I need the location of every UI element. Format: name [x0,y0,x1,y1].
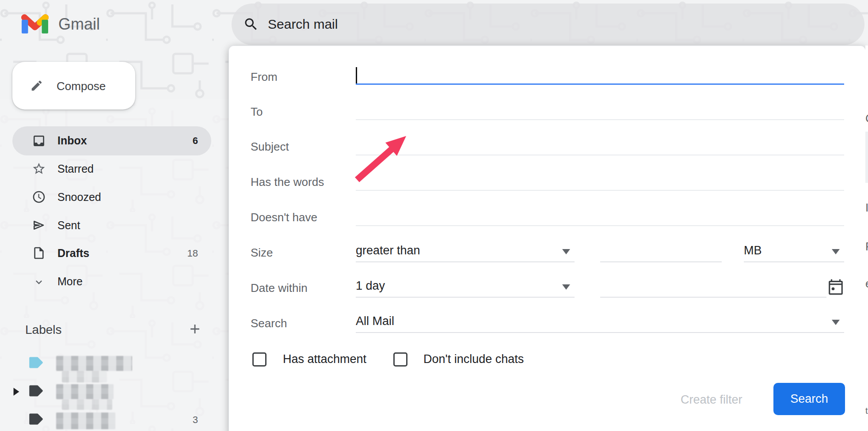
size-operator-underline [356,261,575,262]
size-value-input[interactable] [600,240,722,262]
unread-count: 6 [180,134,198,147]
chevron-down-icon [33,276,45,290]
background-content-sliver: C I F e t [865,45,868,431]
redacted-label-text [56,384,114,399]
search-mail-bar[interactable]: Search mail [232,4,864,45]
label-tag-icon [28,412,43,427]
create-filter-button[interactable]: Create filter [681,392,742,407]
search-submit-button[interactable]: Search [773,383,845,415]
from-label: From [251,70,278,84]
calendar-icon [827,290,844,297]
clipped-glyph: e [865,277,868,291]
redacted-label-text [56,412,115,429]
gmail-logo[interactable]: Gmail [21,13,100,35]
search-input-placeholder: Search mail [268,16,338,33]
sidebar-item-label: Snoozed [57,189,101,204]
pencil-icon [30,79,43,94]
date-value-underline [600,297,826,298]
has-words-label: Has the words [251,175,324,189]
date-range-select[interactable]: 1 day [356,276,575,298]
dont-include-chats-checkbox[interactable] [393,352,407,367]
clipped-glyph: I [865,201,868,215]
checkbox-box [252,352,266,367]
search-scope-label: Search [251,316,287,330]
label-tag-icon [28,384,43,399]
date-range-value: 1 day [356,278,385,293]
sidebar-item-more[interactable]: More [12,267,211,295]
gmail-wordmark: Gmail [58,15,100,34]
clock-icon [32,190,46,206]
draft-icon [32,246,46,262]
doesnt-have-label: Doesn't have [251,210,317,224]
dropdown-arrow-icon [562,284,570,290]
date-picker-button[interactable] [827,278,845,297]
expander-arrow-icon[interactable] [13,388,19,397]
has-words-underline [356,190,844,191]
inbox-icon [32,134,46,150]
search-scope-underline [356,332,844,333]
to-label: To [251,105,263,119]
sidebar-item-inbox[interactable]: Inbox 6 [12,126,211,155]
search-button-label: Search [790,392,828,406]
dropdown-arrow-icon [832,320,840,325]
search-icon [243,16,259,34]
label-row[interactable] [12,377,211,405]
date-within-label: Date within [251,281,308,295]
to-underline [356,119,844,120]
size-unit-value: MB [744,243,762,258]
sidebar-item-sent[interactable]: Sent [12,211,211,239]
size-unit-select[interactable]: MB [744,240,844,262]
sidebar-item-snoozed[interactable]: Snoozed [12,183,211,211]
date-value-input[interactable] [600,276,826,298]
subject-input[interactable] [356,132,844,155]
has-words-input[interactable] [356,168,844,191]
size-unit-underline [744,261,844,262]
checkbox-box [393,352,407,367]
subject-label: Subject [251,140,289,154]
clipped-glyph: C [865,112,868,125]
size-operator-select[interactable]: greater than [356,240,575,262]
sliver-row-band [865,132,868,183]
date-range-underline [356,297,575,298]
dropdown-arrow-icon [832,249,840,254]
search-scope-select[interactable]: All Mail [356,311,844,333]
text-cursor [356,67,357,84]
label-row[interactable]: 3 [12,405,211,431]
dont-include-chats-label[interactable]: Don't include chats [423,352,524,367]
has-attachment-label[interactable]: Has attachment [283,352,366,367]
compose-button[interactable]: Compose [12,62,135,110]
search-scope-value: All Mail [356,314,394,329]
to-input[interactable] [356,97,844,120]
annotation-arrow-icon [348,130,415,185]
subject-underline [356,155,844,155]
sidebar-item-label: Drafts [57,246,89,261]
size-value-underline [600,261,722,262]
redacted-label-text [56,356,132,371]
clipped-glyph: F [865,240,868,253]
clipped-glyph: t [865,406,868,416]
size-operator-value: greater than [356,243,420,258]
drafts-count: 18 [180,247,198,260]
compose-label: Compose [57,79,106,94]
sidebar-item-label: Inbox [57,133,87,148]
size-label: Size [251,246,273,260]
sidebar-item-label: Sent [57,218,80,233]
sidebar-item-drafts[interactable]: Drafts 18 [12,239,211,267]
from-input[interactable] [356,62,844,85]
sidebar-item-starred[interactable]: Starred [12,155,211,183]
star-icon [32,162,46,178]
from-underline [356,83,844,85]
has-attachment-checkbox[interactable] [252,352,266,367]
labels-heading: Labels [25,321,62,338]
label-row[interactable] [12,349,211,377]
gmail-screen: Gmail Compose Inbox 6 Starred [0,0,868,431]
send-icon [32,218,46,234]
add-label-button[interactable] [187,321,205,339]
doesnt-have-input[interactable] [356,203,844,226]
sidebar-item-label: More [57,274,83,289]
label-count: 3 [180,413,198,427]
doesnt-have-underline [356,225,844,226]
plus-icon [187,330,202,338]
sidebar-item-label: Starred [57,161,94,176]
gmail-m-icon [21,13,49,35]
